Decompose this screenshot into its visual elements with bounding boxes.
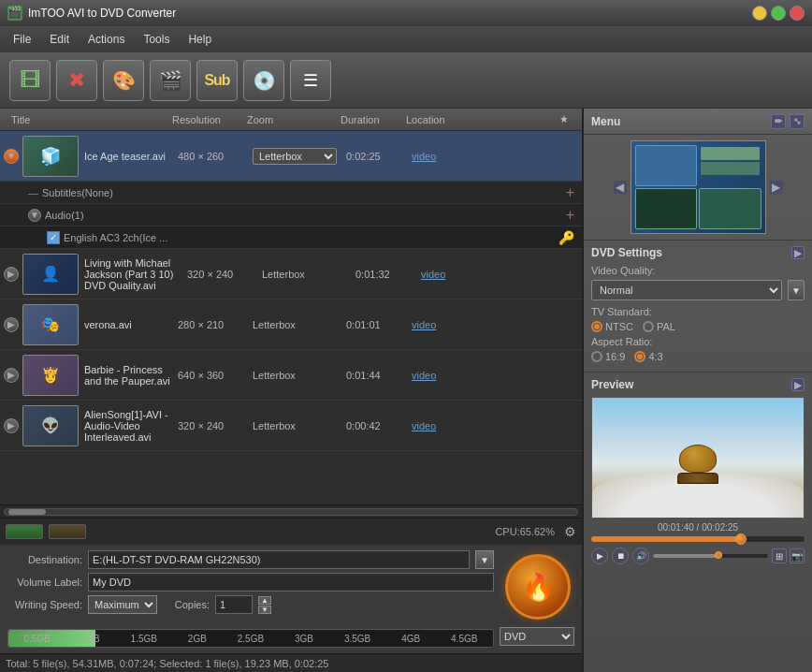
destination-dropdown[interactable]: ▼	[475, 550, 494, 569]
file-toggle-4[interactable]: ▶	[4, 368, 19, 383]
burn-button[interactable]: 🔥	[505, 554, 571, 620]
copies-up[interactable]: ▲	[258, 596, 271, 605]
file-toggle-3[interactable]: ▶	[4, 317, 19, 332]
pal-dot	[643, 321, 654, 332]
storage-label-0: 0.5GB	[23, 634, 50, 644]
destination-input[interactable]	[88, 550, 470, 569]
dvd-settings-title: DVD Settings ▶	[591, 246, 805, 259]
settings-button[interactable]: 🎨	[103, 60, 144, 101]
menu-tools[interactable]: Tools	[134, 29, 179, 50]
horizontal-scrollbar[interactable]	[0, 504, 582, 518]
video-quality-select-row: Normal High Low Custom ▼	[591, 280, 805, 300]
16-9-radio[interactable]: 16:9	[591, 351, 625, 362]
storage-label-7: 4GB	[401, 634, 420, 644]
dvd-burn-button[interactable]: 💿	[243, 60, 284, 101]
4-3-radio[interactable]: 4:3	[634, 351, 662, 362]
remove-button[interactable]: ✖	[56, 60, 97, 101]
wave-button-1[interactable]	[6, 524, 43, 539]
audio-track-row: ✓ English AC3 2ch(Ice ... 🔑	[0, 226, 582, 249]
menu-next-btn[interactable]: ▶	[770, 181, 783, 194]
dvd-settings-expand[interactable]: ▶	[791, 246, 805, 259]
zoom-controls: ⊞ 📷	[772, 548, 805, 563]
audio-track-checkbox[interactable]: ✓	[47, 231, 60, 244]
menu-file[interactable]: File	[4, 29, 40, 50]
pal-label: PAL	[657, 321, 675, 332]
table-row[interactable]: ▶ 👸 Barbie - Princess and the Pauper.avi…	[0, 350, 582, 401]
file-dur-1: 0:02:25	[346, 151, 412, 162]
bottom-status-bar: Total: 5 file(s), 54.31MB, 0:07:24; Sele…	[0, 653, 582, 672]
add-chapters-button[interactable]: 🎬	[150, 60, 191, 101]
menu-expand-icon[interactable]: ⤡	[790, 114, 805, 129]
preview-progress-thumb[interactable]	[735, 533, 747, 545]
file-loc-5[interactable]: video	[412, 419, 578, 432]
scrollbar-track[interactable]	[4, 508, 578, 516]
table-row[interactable]: ▼ 🧊 Ice Age teaser.avi 480 × 260 Letterb…	[0, 131, 582, 182]
file-loc-3[interactable]: video	[412, 318, 578, 331]
settings-icon[interactable]: ⚙	[564, 524, 576, 539]
table-row[interactable]: ▶ 👤 Living with Michael Jackson (Part 3 …	[0, 249, 582, 299]
preview-progress-bar[interactable]	[591, 536, 805, 542]
maximize-button[interactable]	[771, 6, 786, 21]
tv-standard-radio-group: NTSC PAL	[591, 321, 805, 332]
audio-toggle[interactable]: ▼	[28, 209, 41, 222]
menu-edit[interactable]: Edit	[40, 29, 79, 50]
col-star-header: ★	[559, 113, 578, 125]
file-loc-2[interactable]: video	[421, 268, 578, 281]
file-toggle-2[interactable]: ▶	[4, 267, 19, 282]
volume-label: Volume Label:	[7, 577, 82, 588]
menu-prev-btn[interactable]: ◀	[614, 181, 627, 194]
play-button[interactable]: ▶	[591, 548, 608, 564]
add-subtitle-btn[interactable]: +	[566, 184, 574, 201]
menu-preview-area: ◀ ▶	[584, 135, 812, 240]
volume-input[interactable]	[88, 573, 494, 592]
file-name-1: Ice Age teaser.avi	[84, 151, 178, 162]
audio-row: ▼ Audio(1) +	[0, 204, 582, 226]
file-dur-3: 0:01:01	[346, 319, 412, 330]
add-audio-btn[interactable]: +	[566, 207, 574, 224]
col-duration-header: Duration	[341, 114, 406, 125]
file-res-2: 320 × 240	[187, 269, 262, 280]
volume-row: Volume Label:	[7, 573, 494, 592]
video-quality-select[interactable]: Normal High Low Custom	[591, 280, 782, 300]
menu-list-button[interactable]: ☰	[290, 60, 331, 101]
file-toggle-5[interactable]: ▶	[4, 418, 19, 433]
file-loc-4[interactable]: video	[412, 369, 578, 382]
audio-label: Audio(1)	[45, 210, 84, 221]
file-loc-1[interactable]: video	[412, 150, 578, 163]
scrollbar-thumb[interactable]	[8, 509, 46, 515]
minimize-button[interactable]	[752, 6, 767, 21]
menu-edit-icon[interactable]: ✏	[771, 114, 786, 129]
wave-button-2[interactable]	[49, 524, 86, 539]
table-row[interactable]: ▶ 👽 AlienSong[1]-AVI - Audio-Video Inter…	[0, 401, 582, 451]
preview-progress-fill	[591, 536, 741, 542]
file-toggle-1[interactable]: ▼	[4, 149, 19, 164]
add-video-button[interactable]: 🎞	[9, 60, 51, 101]
table-row[interactable]: ▶ 🎭 verona.avi 280 × 210 Letterbox 0:01:…	[0, 299, 582, 350]
copies-down[interactable]: ▼	[258, 606, 271, 614]
dvd-settings: DVD Settings ▶ Video Quality: Normal Hig…	[584, 240, 812, 372]
menu-thumb-right	[699, 145, 761, 186]
copies-input[interactable]	[215, 595, 253, 614]
left-panel: Title Resolution Zoom Duration Location …	[0, 109, 583, 672]
preview-expand-btn[interactable]: ▶	[791, 378, 805, 391]
writing-speed-select[interactable]: Maximum High Medium	[88, 595, 157, 614]
ntsc-radio[interactable]: NTSC	[591, 321, 633, 332]
close-button[interactable]	[790, 6, 805, 21]
subtitle-button[interactable]: Sub	[196, 60, 238, 101]
menu-actions[interactable]: Actions	[79, 29, 134, 50]
pal-radio[interactable]: PAL	[643, 321, 675, 332]
zoom-fit-btn[interactable]: ⊞	[772, 548, 787, 563]
volume-slider[interactable]	[653, 554, 768, 558]
preview-image	[592, 398, 804, 518]
format-select[interactable]: DVD Blu-ray	[500, 627, 574, 646]
file-zoom-1[interactable]: Letterbox Pan & Scan Full Screen	[253, 148, 346, 165]
16-9-label: 16:9	[605, 351, 625, 362]
volume-button[interactable]: 🔊	[632, 548, 649, 564]
quality-dropdown-arrow[interactable]: ▼	[788, 280, 805, 300]
storage-label-3: 2GB	[188, 634, 207, 644]
menu-help[interactable]: Help	[179, 29, 221, 50]
screenshot-btn[interactable]: 📷	[790, 548, 805, 563]
stop-button[interactable]: ⏹	[612, 548, 629, 564]
ntsc-label: NTSC	[605, 321, 633, 332]
file-zoom-5: Letterbox	[253, 420, 346, 431]
